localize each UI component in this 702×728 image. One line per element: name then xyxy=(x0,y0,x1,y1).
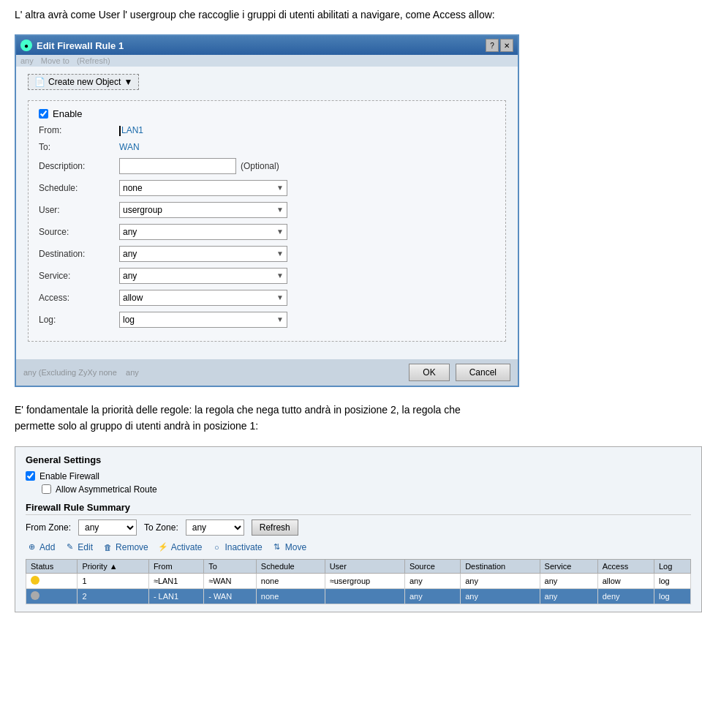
destination-cell: any xyxy=(461,573,540,588)
destination-select[interactable]: any ▼ xyxy=(119,246,287,262)
destination-label: Destination: xyxy=(39,249,119,259)
status-icon xyxy=(31,591,39,600)
col-user: User xyxy=(325,559,404,573)
edit-icon: ✎ xyxy=(64,541,75,553)
schedule-select[interactable]: none ▼ xyxy=(119,180,287,196)
dropdown-arrow-icon: ▼ xyxy=(124,77,132,87)
from-cell: ≈LAN1 xyxy=(148,573,203,588)
col-schedule: Schedule xyxy=(256,559,325,573)
access-cell: deny xyxy=(597,588,654,604)
col-to: To xyxy=(204,559,257,573)
col-destination: Destination xyxy=(461,559,540,573)
col-priority[interactable]: Priority ▲ xyxy=(78,559,148,573)
inactivate-toolbar-item[interactable]: ○ Inactivate xyxy=(211,541,262,553)
doc-icon: 📄 xyxy=(34,77,45,87)
user-value: usergroup xyxy=(123,205,162,215)
enable-label: Enable xyxy=(53,108,82,119)
edit-firewall-dialog: ● Edit Firewall Rule 1 ? ✕ any Move to (… xyxy=(15,34,519,387)
schedule-row: Schedule: none ▼ xyxy=(39,180,495,196)
schedule-dropdown-icon: ▼ xyxy=(276,184,284,192)
user-dropdown-icon: ▼ xyxy=(276,206,284,214)
destination-cell: any xyxy=(461,588,540,604)
rule-table: Status Priority ▲ From To Schedule User … xyxy=(26,559,691,604)
optional-label: (Optional) xyxy=(241,161,279,171)
middle-text-line2: permette solo al gruppo di utenti andrà … xyxy=(15,420,258,432)
watermark-bar: any Move to (Refresh) xyxy=(16,55,518,67)
allow-asymmetrical-label: Allow Asymmetrical Route xyxy=(56,484,157,495)
filter-row: From Zone: any To Zone: any Refresh xyxy=(26,519,691,536)
service-label: Service: xyxy=(39,271,119,281)
schedule-cell: none xyxy=(256,588,325,604)
enable-firewall-checkbox[interactable] xyxy=(26,471,35,481)
to-cell: - WAN xyxy=(204,588,257,604)
source-select[interactable]: any ▼ xyxy=(119,224,287,240)
create-new-object-button[interactable]: 📄 Create new Object ▼ xyxy=(28,74,139,90)
log-cell: log xyxy=(654,573,690,588)
service-select[interactable]: any ▼ xyxy=(119,268,287,284)
watermark-middle: Move to xyxy=(41,56,69,65)
from-zone-label: From Zone: xyxy=(26,522,71,533)
access-label: Access: xyxy=(39,293,119,303)
priority-cell: 2 xyxy=(78,588,148,604)
enable-firewall-label: Enable Firewall xyxy=(39,471,99,481)
from-value: LAN1 xyxy=(119,125,178,136)
cursor-icon xyxy=(119,126,121,136)
destination-row: Destination: any ▼ xyxy=(39,246,495,262)
col-log: Log xyxy=(654,559,690,573)
schedule-cell: none xyxy=(256,573,325,588)
description-input[interactable] xyxy=(119,158,236,174)
close-button[interactable]: ✕ xyxy=(500,39,513,52)
dialog-body: 📄 Create new Object ▼ Enable From: LAN1 … xyxy=(16,67,518,359)
help-button[interactable]: ? xyxy=(486,39,499,52)
fwr-title: Firewall Rule Summary xyxy=(26,502,691,515)
to-zone-label: To Zone: xyxy=(144,522,178,533)
to-zone-select[interactable]: any xyxy=(186,519,244,536)
source-cell: any xyxy=(404,573,460,588)
create-obj-label: Create new Object xyxy=(48,77,121,87)
move-toolbar-item[interactable]: ⇅ Move xyxy=(271,541,306,553)
activate-toolbar-item[interactable]: ⚡ Activate xyxy=(157,541,203,553)
dialog-title-icon: ● xyxy=(20,40,32,51)
allow-asymmetrical-checkbox[interactable] xyxy=(42,484,51,494)
user-cell: ≈usergroup xyxy=(325,573,404,588)
table-row[interactable]: 1≈LAN1≈WANnone≈usergroupanyanyanyallowlo… xyxy=(26,573,691,588)
watermark-left: any xyxy=(20,56,34,65)
dialog-title-area: ● Edit Firewall Rule 1 xyxy=(20,40,124,51)
refresh-button[interactable]: Refresh xyxy=(252,519,298,536)
footer-buttons: OK Cancel xyxy=(409,364,510,381)
destination-dropdown-icon: ▼ xyxy=(276,249,284,258)
inactivate-icon: ○ xyxy=(211,541,222,553)
add-label: Add xyxy=(39,542,55,552)
add-toolbar-item[interactable]: ⊕ Add xyxy=(26,541,55,553)
from-zone-select[interactable]: any xyxy=(78,519,137,536)
to-row: To: WAN xyxy=(39,142,495,152)
dialog-titlebar-buttons: ? ✕ xyxy=(486,39,513,52)
footer-info: any (Excluding ZyXy none any xyxy=(23,368,139,377)
log-select[interactable]: log ▼ xyxy=(119,312,287,328)
dialog-footer: any (Excluding ZyXy none any OK Cancel xyxy=(16,359,518,386)
dialog-title-text: Edit Firewall Rule 1 xyxy=(37,40,124,51)
log-label: Log: xyxy=(39,315,119,325)
user-select[interactable]: usergroup ▼ xyxy=(119,202,287,218)
to-value: WAN xyxy=(119,142,178,152)
schedule-label: Schedule: xyxy=(39,183,119,193)
table-header-row: Status Priority ▲ From To Schedule User … xyxy=(26,559,691,573)
access-select[interactable]: allow ▼ xyxy=(119,290,287,306)
middle-text-line1: E' fondamentale la priorità delle regole… xyxy=(15,404,461,416)
ok-button[interactable]: OK xyxy=(409,364,449,381)
description-label: Description: xyxy=(39,161,119,171)
table-row[interactable]: 2- LAN1- WANnoneanyanyanydenylog xyxy=(26,588,691,604)
middle-text: E' fondamentale la priorità delle regole… xyxy=(15,402,687,435)
move-icon: ⇅ xyxy=(271,541,283,553)
form-section: Enable From: LAN1 To: WAN Description: (… xyxy=(28,100,506,342)
cancel-button[interactable]: Cancel xyxy=(456,364,510,381)
enable-checkbox[interactable] xyxy=(39,109,48,119)
activate-icon: ⚡ xyxy=(157,541,169,553)
priority-cell: 1 xyxy=(78,573,148,588)
col-access: Access xyxy=(597,559,654,573)
remove-toolbar-item[interactable]: 🗑 Remove xyxy=(102,541,148,553)
edit-label: Edit xyxy=(78,542,93,552)
source-value: any xyxy=(123,227,137,237)
edit-toolbar-item[interactable]: ✎ Edit xyxy=(64,541,93,553)
col-from: From xyxy=(148,559,203,573)
